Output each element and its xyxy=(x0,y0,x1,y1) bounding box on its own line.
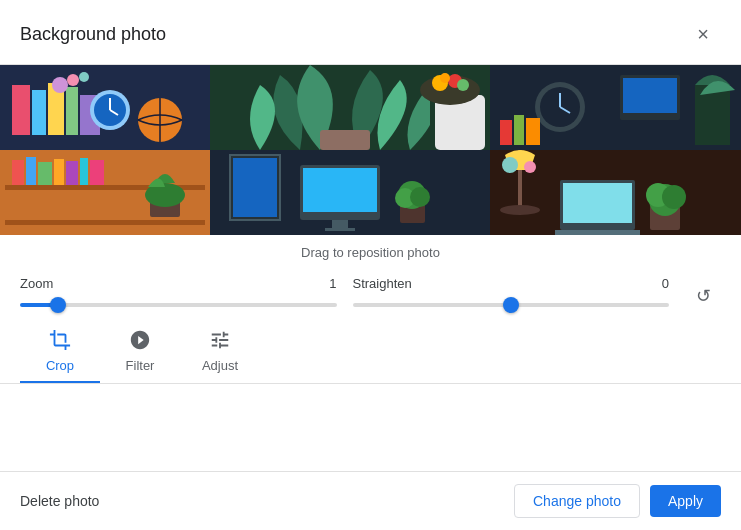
reset-button[interactable]: ↺ xyxy=(685,278,721,314)
svg-rect-32 xyxy=(320,130,370,150)
image-canvas[interactable] xyxy=(0,65,741,235)
straighten-control: Straighten 0 xyxy=(353,276,670,315)
change-photo-button[interactable]: Change photo xyxy=(514,484,640,518)
svg-rect-39 xyxy=(303,168,377,212)
svg-rect-62 xyxy=(555,230,640,235)
svg-rect-56 xyxy=(695,85,730,145)
adjust-tab-label: Adjust xyxy=(202,358,238,373)
footer-actions: Change photo Apply xyxy=(514,484,721,518)
svg-rect-21 xyxy=(5,220,205,225)
apply-button[interactable]: Apply xyxy=(650,485,721,517)
dialog-header: Background photo × xyxy=(0,0,741,65)
svg-point-66 xyxy=(662,185,686,209)
crop-icon xyxy=(49,329,71,354)
zoom-value: 1 xyxy=(329,276,336,291)
svg-point-59 xyxy=(500,205,540,215)
svg-point-18 xyxy=(79,72,89,82)
background-photo-dialog: Background photo × xyxy=(0,0,741,530)
straighten-value: 0 xyxy=(662,276,669,291)
straighten-label: Straighten xyxy=(353,276,412,291)
svg-rect-52 xyxy=(623,78,677,113)
delete-photo-button[interactable]: Delete photo xyxy=(20,489,99,513)
drag-hint: Drag to reposition photo xyxy=(0,235,741,266)
background-illustration xyxy=(0,65,741,235)
svg-rect-28 xyxy=(90,160,104,185)
crop-tab-label: Crop xyxy=(46,358,74,373)
svg-rect-23 xyxy=(26,157,36,185)
svg-point-17 xyxy=(67,74,79,86)
straighten-slider[interactable] xyxy=(353,303,670,307)
svg-rect-24 xyxy=(38,162,52,185)
filter-icon xyxy=(129,329,151,354)
svg-rect-54 xyxy=(514,115,524,145)
tab-crop[interactable]: Crop xyxy=(20,321,100,383)
svg-rect-55 xyxy=(526,118,540,145)
svg-rect-6 xyxy=(32,90,46,135)
svg-rect-41 xyxy=(325,228,355,231)
svg-point-72 xyxy=(457,79,469,91)
sliders-area: Zoom 1 Straighten 0 ↺ xyxy=(0,266,741,319)
zoom-slider[interactable] xyxy=(20,303,337,307)
dialog-footer: Delete photo Change photo Apply xyxy=(0,471,741,530)
edit-tabs: Crop Filter Adjust xyxy=(0,321,741,384)
svg-point-16 xyxy=(52,77,68,93)
svg-point-68 xyxy=(524,161,536,173)
adjust-icon xyxy=(209,329,231,354)
svg-point-73 xyxy=(440,73,450,83)
svg-rect-8 xyxy=(66,87,78,135)
svg-rect-22 xyxy=(12,160,24,185)
dialog-title: Background photo xyxy=(20,24,166,45)
svg-rect-27 xyxy=(80,158,88,185)
svg-point-67 xyxy=(502,157,518,173)
svg-rect-37 xyxy=(233,158,277,217)
filter-tab-label: Filter xyxy=(126,358,155,373)
svg-rect-26 xyxy=(66,161,78,185)
svg-rect-61 xyxy=(563,183,632,223)
reset-icon: ↺ xyxy=(696,285,711,307)
svg-point-45 xyxy=(410,187,430,207)
zoom-label: Zoom xyxy=(20,276,53,291)
tab-adjust[interactable]: Adjust xyxy=(180,321,260,383)
close-button[interactable]: × xyxy=(685,16,721,52)
zoom-control: Zoom 1 xyxy=(20,276,337,315)
svg-rect-25 xyxy=(54,159,64,185)
svg-rect-40 xyxy=(332,220,348,228)
svg-rect-5 xyxy=(12,85,30,135)
tab-filter[interactable]: Filter xyxy=(100,321,180,383)
svg-rect-53 xyxy=(500,120,512,145)
photo-display[interactable] xyxy=(0,65,741,235)
